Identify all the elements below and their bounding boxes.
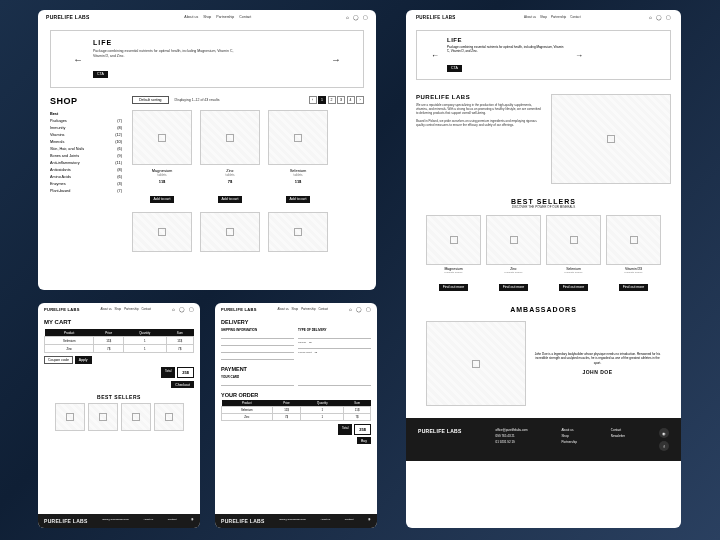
find-out-more-button[interactable]: Find out more	[559, 284, 589, 291]
hero-prev-icon[interactable]: ←	[431, 51, 439, 60]
category-item[interactable]: Vitamins(12)	[50, 131, 122, 138]
product-card[interactable]: Zinctablets7$Add to cart	[200, 110, 260, 204]
hero-prev-icon[interactable]: ←	[73, 54, 83, 65]
category-item[interactable]: Immunity(8)	[50, 124, 122, 131]
footer-link[interactable]: Contact	[168, 518, 177, 524]
find-out-more-button[interactable]: Find out more	[439, 284, 469, 291]
nav-link[interactable]: About us	[524, 15, 536, 19]
footer-link[interactable]: About us	[562, 428, 577, 432]
footer-link[interactable]: Partnership	[562, 440, 577, 444]
apply-button[interactable]: Apply	[75, 356, 92, 364]
input-field[interactable]	[221, 334, 294, 339]
product-card[interactable]: MagnesiumSupports energyFind out more	[426, 215, 481, 292]
find-out-more-button[interactable]: Find out more	[619, 284, 649, 291]
footer-link[interactable]: Shop	[562, 434, 577, 438]
hero-next-icon[interactable]: →	[575, 51, 583, 60]
product-image[interactable]	[121, 403, 151, 431]
facebook-icon[interactable]: f	[659, 441, 669, 451]
user-icon[interactable]: ◯	[656, 14, 662, 20]
search-icon[interactable]: ⌕	[649, 14, 652, 20]
product-image[interactable]	[200, 212, 260, 252]
search-icon[interactable]: ⌕	[172, 306, 175, 312]
page-next[interactable]: ›	[356, 96, 364, 104]
product-image[interactable]	[88, 403, 118, 431]
input-field[interactable]	[221, 381, 294, 386]
product-card[interactable]: Seleniumtablets11$Add to cart	[268, 110, 328, 204]
category-item[interactable]: Plant-based(7)	[50, 187, 122, 194]
logo[interactable]: PURELIFE LABS	[221, 307, 257, 312]
footer-link[interactable]: About us	[143, 518, 153, 524]
product-image[interactable]	[268, 212, 328, 252]
page-number[interactable]: 3	[337, 96, 345, 104]
user-icon[interactable]: ◯	[353, 14, 359, 20]
product-image[interactable]	[55, 403, 85, 431]
social-icon[interactable]: ◉	[191, 518, 194, 524]
nav-link[interactable]: About us	[278, 307, 289, 311]
search-icon[interactable]: ⌕	[346, 14, 349, 20]
page-number[interactable]: 1	[318, 96, 326, 104]
category-item[interactable]: Packages(7)	[50, 117, 122, 124]
category-item[interactable]: Antioxidants(8)	[50, 166, 122, 173]
category-item[interactable]: Enzymes(3)	[50, 180, 122, 187]
nav-link[interactable]: Partnership	[551, 15, 566, 19]
category-item[interactable]: Bones and Joints(9)	[50, 152, 122, 159]
coupon-input[interactable]: Coupon code	[44, 356, 73, 364]
hero-next-icon[interactable]: →	[331, 54, 341, 65]
product-card[interactable]: Magnesiumtablets11$Add to cart	[132, 110, 192, 204]
cart-icon[interactable]: ▢	[189, 306, 194, 312]
footer-link[interactable]: Contact	[611, 428, 625, 432]
cart-icon[interactable]: ▢	[363, 14, 368, 20]
nav-link[interactable]: Shop	[540, 15, 547, 19]
instagram-icon[interactable]: ◉	[659, 428, 669, 438]
nav-link[interactable]: Contact	[318, 307, 328, 311]
add-to-cart-button[interactable]: Add to cart	[286, 196, 311, 203]
social-icon[interactable]: ◉	[368, 518, 371, 524]
input-field[interactable]	[221, 355, 294, 360]
category-item[interactable]: Anti-inflammatory(11)	[50, 159, 122, 166]
footer-link[interactable]: Newsletter	[611, 434, 625, 438]
page-number[interactable]: 2	[328, 96, 336, 104]
add-to-cart-button[interactable]: Add to cart	[150, 196, 175, 203]
nav-link[interactable]: Shop	[115, 307, 122, 311]
hero-cta-button[interactable]: CTA	[93, 71, 108, 78]
logo[interactable]: PURELIFE LABS	[44, 307, 80, 312]
nav-link[interactable]: About us	[101, 307, 112, 311]
cart-icon[interactable]: ▢	[666, 14, 671, 20]
input-field[interactable]	[298, 334, 371, 339]
search-icon[interactable]: ⌕	[349, 306, 352, 312]
page-prev[interactable]: ‹	[309, 96, 317, 104]
logo[interactable]: PURELIFE LABS	[46, 14, 90, 20]
product-card[interactable]: Vitamin D3Supports energyFind out more	[606, 215, 661, 292]
product-card[interactable]: ZincSupports energyFind out more	[486, 215, 541, 292]
footer-email[interactable]: office@purelifelabs.com	[496, 428, 528, 432]
input-field[interactable]	[298, 344, 371, 349]
buy-button[interactable]: Buy	[357, 437, 371, 444]
logo[interactable]: PURELIFE LABS	[416, 15, 456, 20]
nav-link[interactable]: Shop	[203, 15, 211, 19]
nav-link[interactable]: Partnership	[216, 15, 234, 19]
category-item[interactable]: Best	[50, 110, 122, 117]
input-field[interactable]	[298, 381, 371, 386]
product-card[interactable]: SeleniumSupports energyFind out more	[546, 215, 601, 292]
cart-icon[interactable]: ▢	[366, 306, 371, 312]
nav-link[interactable]: Shop	[292, 307, 299, 311]
category-item[interactable]: Amino Acids(6)	[50, 173, 122, 180]
input-field[interactable]	[221, 341, 294, 346]
page-number[interactable]: 4	[347, 96, 355, 104]
user-icon[interactable]: ◯	[356, 306, 362, 312]
nav-link[interactable]: About us	[184, 15, 198, 19]
nav-link[interactable]: Contact	[141, 307, 151, 311]
find-out-more-button[interactable]: Find out more	[499, 284, 529, 291]
add-to-cart-button[interactable]: Add to cart	[218, 196, 243, 203]
input-field[interactable]	[221, 348, 294, 353]
hero-cta-button[interactable]: CTA	[447, 65, 462, 72]
nav-link[interactable]: Contact	[570, 15, 580, 19]
sort-select[interactable]: Default sorting	[132, 96, 169, 104]
nav-link[interactable]: Contact	[239, 15, 251, 19]
category-item[interactable]: Skin, Hair, and Nails(6)	[50, 145, 122, 152]
product-image[interactable]	[154, 403, 184, 431]
category-item[interactable]: Minerals(10)	[50, 138, 122, 145]
user-icon[interactable]: ◯	[179, 306, 185, 312]
nav-link[interactable]: Partnership	[124, 307, 138, 311]
nav-link[interactable]: Partnership	[301, 307, 315, 311]
